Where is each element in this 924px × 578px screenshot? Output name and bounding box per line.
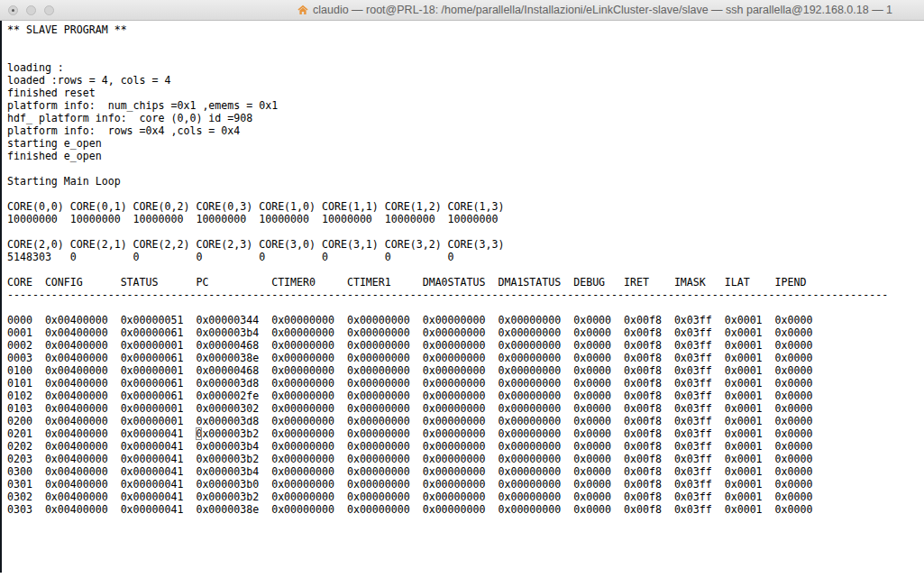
home-icon <box>297 5 308 15</box>
log-line: platform info: rows =0x4 ,cols = 0x4 <box>7 124 924 137</box>
titlebar[interactable]: claudio — root@PRL-18: /home/parallella/… <box>0 0 924 21</box>
register-row: 0200 0x00400000 0x00000001 0x000003d8 0x… <box>7 415 924 427</box>
window-title-area: claudio — root@PRL-18: /home/parallella/… <box>297 0 924 20</box>
register-row: 0202 0x00400000 0x00000041 0x000003b4 0x… <box>7 440 924 453</box>
terminal-screen[interactable]: ** SLAVE PROGRAM ** loading :loaded :row… <box>0 21 924 578</box>
minimize-button[interactable] <box>26 5 36 15</box>
core-header-line: CORE(0,0) CORE(0,1) CORE(0,2) CORE(0,3) … <box>7 200 924 213</box>
register-row: 0002 0x00400000 0x00000001 0x00000468 0x… <box>7 339 924 352</box>
terminal-line <box>7 301 924 314</box>
log-line: platform info: num_chips =0x1 ,emems = 0… <box>7 99 924 112</box>
log-line: hdf_ platform info: core (0,0) id =908 <box>7 112 924 124</box>
register-row: 0201 0x00400000 0x00000041 0x000003b2 0x… <box>7 427 924 440</box>
terminal-output: ** SLAVE PROGRAM ** loading :loaded :row… <box>0 21 924 516</box>
terminal-line <box>7 36 924 49</box>
close-indicator-dot <box>12 9 14 12</box>
register-row: 0301 0x00400000 0x00000041 0x000003b0 0x… <box>7 478 924 491</box>
window-controls <box>8 5 54 15</box>
terminal-line <box>7 263 924 276</box>
register-table-header: CORE CONFIG STATUS PC CTIMER0 CTIMER1 DM… <box>7 276 924 289</box>
terminal-line <box>7 225 924 238</box>
terminal-line <box>7 162 924 175</box>
register-row: 0103 0x00400000 0x00000001 0x00000302 0x… <box>7 402 924 415</box>
register-row: 0003 0x00400000 0x00000061 0x0000038e 0x… <box>7 352 924 364</box>
banner-line: ** SLAVE PROGRAM ** <box>7 23 924 36</box>
close-button[interactable] <box>8 5 18 15</box>
register-row: 0203 0x00400000 0x00000041 0x000003b2 0x… <box>7 453 924 465</box>
core-values-line: 5148303 0 0 0 0 0 0 0 <box>7 251 924 263</box>
register-row: 0000 0x00400000 0x00000051 0x00000344 0x… <box>7 314 924 326</box>
register-row: 0102 0x00400000 0x00000061 0x000002fe 0x… <box>7 390 924 402</box>
log-line: starting e_open <box>7 137 924 150</box>
core-values-line: 10000000 10000000 10000000 10000000 1000… <box>7 213 924 225</box>
register-row: 0303 0x00400000 0x00000041 0x0000038e 0x… <box>7 503 924 516</box>
zoom-button[interactable] <box>44 5 54 15</box>
register-table-separator: ----------------------------------------… <box>7 289 924 301</box>
log-line: finished reset <box>7 87 924 99</box>
log-line: finished e_open <box>7 150 924 162</box>
log-line: loaded :rows = 4, cols = 4 <box>7 74 924 87</box>
register-row: 0001 0x00400000 0x00000061 0x000003b4 0x… <box>7 326 924 339</box>
register-row: 0302 0x00400000 0x00000041 0x000003b2 0x… <box>7 491 924 503</box>
window-title: claudio — root@PRL-18: /home/parallella/… <box>313 4 892 16</box>
terminal-line <box>7 188 924 200</box>
terminal-line <box>7 49 924 61</box>
main-loop-line: Starting Main Loop <box>7 175 924 188</box>
desktop-edge <box>0 21 2 573</box>
register-row: 0101 0x00400000 0x00000061 0x000003d8 0x… <box>7 377 924 390</box>
register-row: 0300 0x00400000 0x00000041 0x000003b4 0x… <box>7 465 924 478</box>
core-header-line: CORE(2,0) CORE(2,1) CORE(2,2) CORE(2,3) … <box>7 238 924 251</box>
register-row: 0100 0x00400000 0x00000001 0x00000468 0x… <box>7 364 924 377</box>
log-line: loading : <box>7 61 924 74</box>
